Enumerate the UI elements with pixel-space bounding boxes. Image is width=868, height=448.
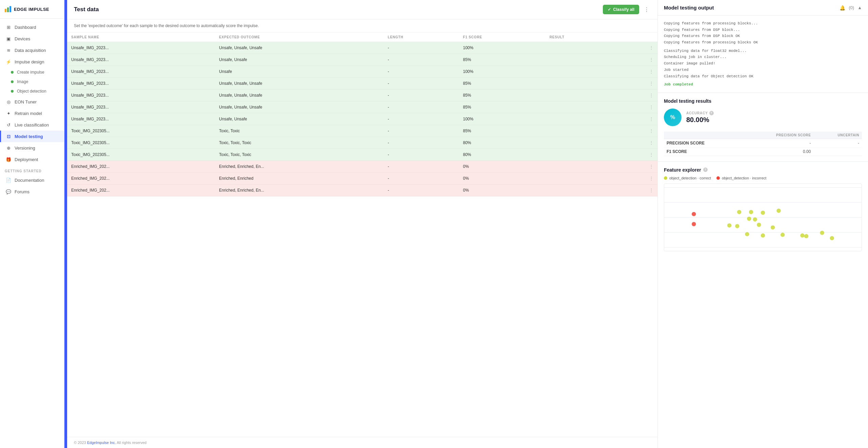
row-menu-button[interactable]: ⋮ xyxy=(619,125,657,137)
row-menu-button[interactable]: ⋮ xyxy=(619,66,657,78)
sample-name-cell: Toxic_IMG_202305... xyxy=(67,125,215,137)
sidebar-sub-item-create-impulse[interactable]: Create impulse xyxy=(0,67,64,77)
table-row[interactable]: Unsafe_IMG_2023... Unsafe - 100% ⋮ xyxy=(67,66,657,78)
table-row[interactable]: Unsafe_IMG_2023... Unsafe, Unsafe, Unsaf… xyxy=(67,90,657,101)
col-actions xyxy=(619,33,657,42)
f1-score-cell: 0% xyxy=(459,161,545,173)
panel-subtitle: Set the 'expected outcome' for each samp… xyxy=(67,19,657,33)
row-menu-button[interactable]: ⋮ xyxy=(619,184,657,196)
right-panel: Model testing output 🔔 (0) ▲ Copying fea… xyxy=(658,0,868,448)
sidebar-item-model-testing[interactable]: ⊡ Model testing xyxy=(0,131,64,142)
sidebar-item-data-acquisition[interactable]: ≋ Data acquisition xyxy=(0,44,64,56)
versioning-icon: ⊕ xyxy=(6,145,11,151)
sample-name-cell: Toxic_IMG_202305... xyxy=(67,149,215,161)
log-line: Scheduling job in cluster... xyxy=(664,54,862,60)
forums-icon: 💬 xyxy=(6,189,11,194)
scatter-point xyxy=(735,224,739,228)
sidebar-item-deployment[interactable]: 🎁 Deployment xyxy=(0,154,64,165)
expected-outcome-cell: Unsafe, Unsafe, Unsafe xyxy=(215,101,383,113)
f1-score-cell: 0% xyxy=(459,173,545,184)
sidebar-item-documentation[interactable]: 📄 Documentation xyxy=(0,174,64,186)
sidebar-item-label: Dashboard xyxy=(15,25,36,30)
length-cell: - xyxy=(384,137,459,149)
sidebar-sub-item-label: Image xyxy=(17,79,28,84)
table-row[interactable]: Toxic_IMG_202305... Toxic, Toxic, Toxic … xyxy=(67,137,657,149)
sidebar-sub-item-image[interactable]: Image xyxy=(0,77,64,86)
expected-outcome-cell: Unsafe, Unsafe xyxy=(215,113,383,125)
job-completed-text: Job completed xyxy=(664,81,862,88)
notification-count: (0) xyxy=(849,5,854,10)
expected-outcome-cell: Unsafe, Unsafe, Unsafe xyxy=(215,42,383,54)
row-menu-button[interactable]: ⋮ xyxy=(619,113,657,125)
devices-icon: ▣ xyxy=(6,36,11,41)
sidebar-item-forums[interactable]: 💬 Forums xyxy=(0,186,64,197)
legend-dot-correct xyxy=(664,176,667,180)
sidebar-item-devices[interactable]: ▣ Devices xyxy=(0,33,64,44)
dot-icon xyxy=(11,80,14,83)
row-menu-button[interactable]: ⋮ xyxy=(619,101,657,113)
col-expected-outcome: EXPECTED OUTCOME xyxy=(215,33,383,42)
length-cell: - xyxy=(384,184,459,196)
table-row[interactable]: Enriched_IMG_202... Enriched, Enriched, … xyxy=(67,184,657,196)
model-testing-icon: ⊡ xyxy=(6,134,11,139)
table-row[interactable]: Toxic_IMG_202305... Toxic, Toxic, Toxic … xyxy=(67,149,657,161)
legend-item-incorrect: object_detection · incorrect xyxy=(716,176,766,180)
edge-impulse-link[interactable]: EdgeImpulse Inc. xyxy=(87,441,116,445)
row-menu-button[interactable]: ⋮ xyxy=(619,161,657,173)
classify-all-button[interactable]: ✓ Classify all xyxy=(603,5,639,14)
scatter-point xyxy=(753,217,757,221)
sidebar-item-label: Deployment xyxy=(15,157,38,162)
accuracy-info-icon[interactable]: ? xyxy=(709,111,714,115)
scatter-point xyxy=(692,212,696,216)
table-row[interactable]: Unsafe_IMG_2023... Unsafe, Unsafe - 100%… xyxy=(67,113,657,125)
row-menu-button[interactable]: ⋮ xyxy=(619,54,657,66)
collapse-icon[interactable]: ▲ xyxy=(857,5,862,10)
result-cell xyxy=(546,101,619,113)
row-menu-button[interactable]: ⋮ xyxy=(619,173,657,184)
expected-outcome-cell: Enriched, Enriched, En... xyxy=(215,161,383,173)
sidebar-item-versioning[interactable]: ⊕ Versioning xyxy=(0,142,64,154)
data-acquisition-icon: ≋ xyxy=(6,47,11,53)
expected-outcome-cell: Unsafe xyxy=(215,66,383,78)
precision-col-uncertain: UNCERTAIN xyxy=(813,132,862,139)
table-row[interactable]: Enriched_IMG_202... Enriched, Enriched -… xyxy=(67,173,657,184)
f1-score-cell: 85% xyxy=(459,78,545,90)
table-row[interactable]: Toxic_IMG_202305... Toxic, Toxic - 85% ⋮ xyxy=(67,125,657,137)
length-cell: - xyxy=(384,90,459,101)
row-menu-button[interactable]: ⋮ xyxy=(619,149,657,161)
scatter-point xyxy=(747,217,751,221)
table-row[interactable]: Enriched_IMG_202... Enriched, Enriched, … xyxy=(67,161,657,173)
table-row[interactable]: Unsafe_IMG_2023... Unsafe, Unsafe - 85% … xyxy=(67,54,657,66)
accuracy-symbol: % xyxy=(670,114,675,120)
table-row[interactable]: Unsafe_IMG_2023... Unsafe, Unsafe, Unsaf… xyxy=(67,101,657,113)
log-line: Job started xyxy=(664,67,862,73)
f1-score-cell: 80% xyxy=(459,149,545,161)
f1-score-cell: 85% xyxy=(459,54,545,66)
scatter-svg xyxy=(664,184,862,251)
feature-info-icon[interactable]: ? xyxy=(703,168,708,172)
scatter-point xyxy=(727,223,731,227)
deployment-icon: 🎁 xyxy=(6,157,11,162)
result-cell xyxy=(546,90,619,101)
row-menu-button[interactable]: ⋮ xyxy=(619,90,657,101)
sidebar-item-live-classification[interactable]: ↺ Live classification xyxy=(0,119,64,131)
sidebar-sub-item-object-detection[interactable]: Object detection xyxy=(0,86,64,96)
expected-outcome-cell: Toxic, Toxic, Toxic xyxy=(215,137,383,149)
table-row[interactable]: Unsafe_IMG_2023... Unsafe, Unsafe, Unsaf… xyxy=(67,42,657,54)
sidebar-item-label: Devices xyxy=(15,36,30,41)
sidebar-item-eon-tuner[interactable]: ◎ EON Tuner xyxy=(0,96,64,108)
sample-name-cell: Unsafe_IMG_2023... xyxy=(67,101,215,113)
col-length: LENGTH xyxy=(384,33,459,42)
row-menu-button[interactable]: ⋮ xyxy=(619,137,657,149)
f1-score-cell: 80% xyxy=(459,137,545,149)
row-menu-button[interactable]: ⋮ xyxy=(619,78,657,90)
row-menu-button[interactable]: ⋮ xyxy=(619,42,657,54)
more-options-button[interactable]: ⋮ xyxy=(643,5,651,14)
sample-name-cell: Enriched_IMG_202... xyxy=(67,184,215,196)
f1-uncertain-val xyxy=(813,147,862,156)
sidebar-sub-item-label: Object detection xyxy=(17,89,46,94)
sidebar-item-impulse-design[interactable]: ⚡ Impulse design xyxy=(0,56,64,67)
sidebar-item-retrain-model[interactable]: ✦ Retrain model xyxy=(0,108,64,119)
table-row[interactable]: Unsafe_IMG_2023... Unsafe, Unsafe, Unsaf… xyxy=(67,78,657,90)
sidebar-item-dashboard[interactable]: ⊞ Dashboard xyxy=(0,21,64,33)
